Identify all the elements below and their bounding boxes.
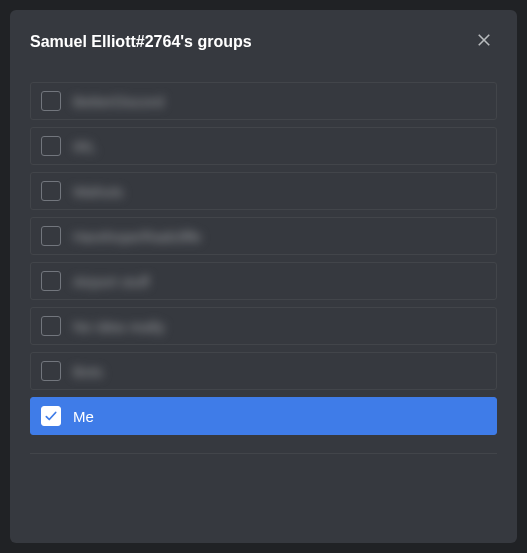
checkbox[interactable]	[41, 181, 61, 201]
groups-modal: Samuel Elliott#2764's groups BetterDisco…	[10, 10, 517, 543]
checkbox[interactable]	[41, 91, 61, 111]
close-button[interactable]	[471, 27, 497, 56]
group-label: No idea really	[73, 318, 165, 335]
group-row[interactable]: No idea really	[30, 307, 497, 345]
group-label: Bots	[73, 363, 103, 380]
group-list: BetterDiscordIRLWahutsHarehope/Radcliffe…	[30, 82, 497, 435]
group-row[interactable]: Harehope/Radcliffe	[30, 217, 497, 255]
checkbox[interactable]	[41, 226, 61, 246]
checkbox[interactable]	[41, 136, 61, 156]
group-label: IRL	[73, 138, 96, 155]
group-row[interactable]: IRL	[30, 127, 497, 165]
check-icon	[44, 409, 58, 423]
checkbox[interactable]	[41, 316, 61, 336]
checkbox[interactable]	[41, 271, 61, 291]
modal-body: BetterDiscordIRLWahutsHarehope/Radcliffe…	[10, 62, 517, 543]
checkbox[interactable]	[41, 406, 61, 426]
group-label: BetterDiscord	[73, 93, 164, 110]
group-row[interactable]: BetterDiscord	[30, 82, 497, 120]
close-icon	[475, 31, 493, 52]
divider	[30, 453, 497, 454]
group-label: Me	[73, 408, 94, 425]
group-row[interactable]: Airport stuff	[30, 262, 497, 300]
group-row[interactable]: Me	[30, 397, 497, 435]
checkbox[interactable]	[41, 361, 61, 381]
group-label: Airport stuff	[73, 273, 149, 290]
modal-header: Samuel Elliott#2764's groups	[10, 10, 517, 62]
group-row[interactable]: Wahuts	[30, 172, 497, 210]
modal-title: Samuel Elliott#2764's groups	[30, 33, 252, 51]
group-label: Wahuts	[73, 183, 123, 200]
group-row[interactable]: Bots	[30, 352, 497, 390]
group-label: Harehope/Radcliffe	[73, 228, 201, 245]
